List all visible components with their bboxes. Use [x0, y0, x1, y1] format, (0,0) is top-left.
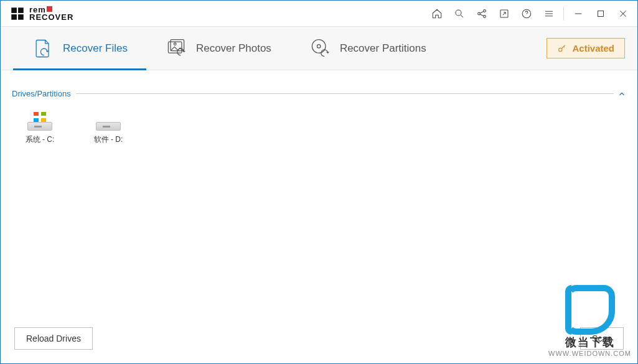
svg-rect-3: [18, 14, 24, 20]
photos-icon: [165, 37, 187, 60]
search-icon[interactable]: [449, 4, 470, 24]
activation-badge[interactable]: Activated: [547, 38, 625, 58]
svg-point-7: [484, 15, 486, 17]
svg-point-16: [559, 48, 562, 51]
close-button[interactable]: [612, 4, 634, 24]
content-area: Drives/Partitions 系统 - C: 软件 - D: Reload: [1, 70, 637, 363]
drives-list: 系统 - C: 软件 - D:: [12, 98, 626, 159]
partitions-icon: [309, 37, 331, 60]
maximize-button[interactable]: [590, 4, 611, 24]
chevron-up-icon[interactable]: [617, 90, 626, 98]
tab-recover-partitions[interactable]: Recover Partitions: [290, 27, 445, 70]
drive-label: 软件 - D:: [87, 134, 130, 145]
key-icon: [557, 44, 567, 54]
svg-point-14: [312, 39, 326, 53]
separator: [563, 7, 564, 21]
tab-recover-photos[interactable]: Recover Photos: [146, 27, 290, 70]
logo-icon: [9, 6, 26, 22]
svg-rect-0: [11, 7, 17, 13]
svg-point-5: [478, 12, 481, 15]
drive-icon: [25, 112, 55, 131]
svg-rect-10: [598, 11, 604, 16]
drive-item[interactable]: 软件 - D:: [87, 112, 130, 145]
scan-button[interactable]: Scan: [580, 327, 624, 350]
activation-label: Activated: [572, 43, 614, 54]
section-header: Drives/Partitions: [12, 89, 626, 98]
tabbar: Recover Files Recover Photos Recover Par…: [1, 27, 637, 70]
menu-icon[interactable]: [538, 4, 560, 24]
tab-label: Recover Photos: [196, 42, 271, 55]
minimize-button[interactable]: [568, 4, 589, 24]
titlebar: rem RECOVER: [1, 1, 637, 27]
svg-rect-1: [18, 7, 24, 13]
svg-point-15: [317, 44, 320, 47]
files-icon: [32, 37, 54, 60]
svg-point-6: [484, 9, 486, 12]
share-icon[interactable]: [471, 4, 492, 24]
titlebar-actions: [426, 4, 634, 24]
app-window: rem RECOVER Recover Files Recover Photos: [0, 0, 638, 364]
drive-icon: [93, 112, 123, 131]
tab-label: Recover Partitions: [340, 42, 426, 55]
logo-text-2: RECOVER: [29, 14, 73, 21]
drive-item[interactable]: 系统 - C:: [18, 112, 62, 145]
tab-label: Recover Files: [63, 42, 128, 55]
app-logo: rem RECOVER: [9, 6, 73, 22]
svg-point-4: [456, 10, 461, 16]
section-title: Drives/Partitions: [12, 89, 71, 98]
help-icon[interactable]: [516, 4, 537, 24]
export-icon[interactable]: [494, 4, 515, 24]
home-icon[interactable]: [426, 4, 448, 24]
drive-label: 系统 - C:: [18, 134, 62, 145]
tab-recover-files[interactable]: Recover Files: [13, 27, 146, 70]
svg-point-13: [174, 43, 176, 45]
svg-rect-2: [11, 14, 17, 20]
reload-drives-button[interactable]: Reload Drives: [14, 327, 93, 350]
divider: [76, 93, 614, 94]
footer: Reload Drives Scan: [1, 319, 637, 363]
